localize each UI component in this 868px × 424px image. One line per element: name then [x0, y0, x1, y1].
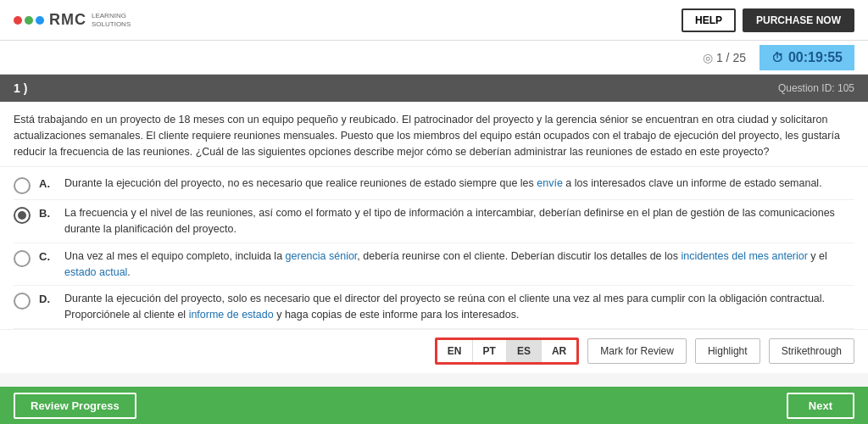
- review-progress-button[interactable]: Review Progress: [14, 393, 136, 419]
- question-header: 1 ) Question ID: 105: [0, 75, 868, 102]
- lang-es-button[interactable]: ES: [507, 340, 542, 362]
- logo-subtitle: LEARNING SOLUTIONS: [92, 12, 131, 28]
- logo-text: RMC: [49, 11, 86, 29]
- highlight-button[interactable]: Highlight: [695, 338, 760, 364]
- timer-icon: ⏱: [771, 51, 783, 64]
- header-buttons: HELP PURCHASE NOW: [682, 8, 854, 32]
- next-button[interactable]: Next: [787, 393, 854, 419]
- counter-text: 1 / 25: [716, 51, 746, 64]
- help-button[interactable]: HELP: [682, 8, 736, 32]
- timer-text: 00:19:55: [788, 50, 843, 65]
- answers-container: A. Durante la ejecución del proyecto, no…: [0, 167, 868, 329]
- dot-blue: [36, 16, 44, 25]
- logo-area: RMC LEARNING SOLUTIONS: [14, 11, 131, 29]
- dot-red: [14, 16, 22, 25]
- answer-radio-c[interactable]: [14, 250, 31, 267]
- language-group: EN PT ES AR: [435, 338, 579, 365]
- logo-dots: [14, 16, 44, 25]
- question-number: 1 ): [14, 81, 27, 95]
- answer-label-c: C.: [39, 250, 56, 263]
- progress-row: ◎ 1 / 25 ⏱ 00:19:55: [0, 41, 868, 75]
- header: RMC LEARNING SOLUTIONS HELP PURCHASE NOW: [0, 0, 868, 41]
- lang-ar-button[interactable]: AR: [542, 340, 576, 362]
- question-body: Está trabajando en un proyecto de 18 mes…: [0, 102, 868, 167]
- answer-label-d: D.: [39, 293, 56, 305]
- answer-text-a: Durante la ejecución del proyecto, no es…: [64, 176, 854, 192]
- footer: Review Progress Next: [0, 387, 868, 424]
- answer-radio-d[interactable]: [14, 293, 31, 310]
- answer-radio-b[interactable]: [14, 207, 31, 224]
- question-id: Question ID: 105: [778, 82, 854, 94]
- answer-text-d: Durante la ejecución del proyecto, solo …: [64, 291, 854, 323]
- question-text: Está trabajando en un proyecto de 18 mes…: [14, 114, 840, 158]
- purchase-now-button[interactable]: PURCHASE NOW: [743, 8, 854, 32]
- answer-row-c: C. Una vez al mes el equipo completo, in…: [14, 243, 854, 287]
- answer-radio-a[interactable]: [14, 177, 31, 194]
- answer-row-d: D. Durante la ejecución del proyecto, so…: [14, 286, 854, 329]
- answer-row-a: A. Durante la ejecución del proyecto, no…: [14, 170, 854, 200]
- mark-for-review-button[interactable]: Mark for Review: [587, 338, 687, 364]
- answer-row-b: B. La frecuencia y el nivel de las reuni…: [14, 200, 854, 243]
- lang-pt-button[interactable]: PT: [473, 340, 507, 362]
- dot-green: [25, 16, 33, 25]
- strikethrough-button[interactable]: Strikethrough: [769, 338, 854, 364]
- timer-box: ⏱ 00:19:55: [760, 45, 854, 70]
- question-counter: ◎ 1 / 25: [703, 51, 746, 64]
- lang-en-button[interactable]: EN: [437, 340, 473, 362]
- answer-text-c: Una vez al mes el equipo completo, inclu…: [64, 248, 854, 281]
- answer-label-a: A.: [39, 177, 56, 190]
- target-icon: ◎: [703, 51, 713, 64]
- action-bar: EN PT ES AR Mark for Review Highlight St…: [0, 329, 868, 373]
- answer-text-b: La frecuencia y el nivel de las reunione…: [64, 205, 854, 237]
- answer-label-b: B.: [39, 207, 56, 220]
